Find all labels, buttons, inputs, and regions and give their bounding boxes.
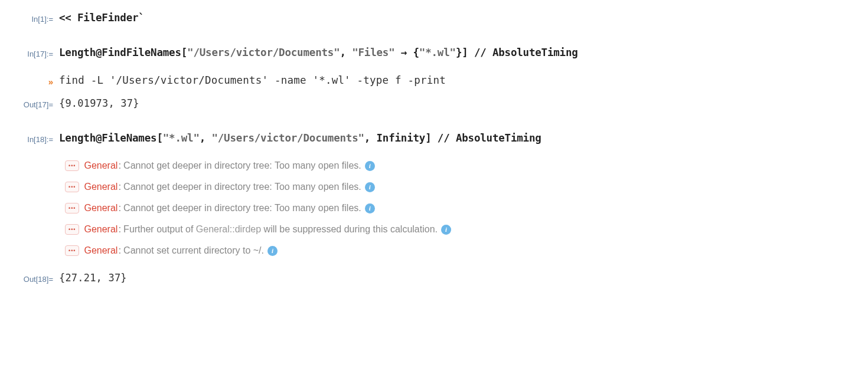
code-input-1[interactable]: << FileFinder` [59,12,145,24]
message-opener-button[interactable]: ••• [65,182,79,192]
out-label-18: Out[18]= [15,272,59,284]
echo-cell-17: » find -L '/Users/victor/Documents' -nam… [15,74,853,87]
info-icon[interactable]: i [441,225,451,235]
output-cell-18: Out[18]= {27.21, 37} [15,272,853,284]
message-tag[interactable]: General [84,160,118,171]
dots-icon: ••• [68,163,76,169]
message-row: ••• General: Cannot get deeper in direct… [15,202,853,214]
output-cell-17: Out[17]= {9.01973, 37} [15,97,853,110]
message-tag[interactable]: General [84,245,118,256]
message-row: ••• General: Further output of General::… [15,224,853,235]
dots-icon: ••• [68,227,76,232]
in-label-17: In[17]:= [15,47,59,58]
input-cell-17: In[17]:= Length@FindFileNames["/Users/vi… [15,47,853,59]
code-input-18[interactable]: Length@FileNames["*.wl", "/Users/victor/… [59,132,541,144]
info-icon[interactable]: i [365,203,375,213]
message-tag[interactable]: General [84,203,118,213]
dots-icon: ••• [68,206,76,211]
message-text: Further output of General::dirdep will b… [123,224,438,235]
echo-text: find -L '/Users/victor/Documents' -name … [59,74,446,86]
dots-icon: ••• [68,248,76,254]
out-label-17: Out[17]= [15,97,59,109]
input-cell-1: In[1]:= << FileFinder` [15,12,853,24]
message-tag[interactable]: General [84,224,118,235]
message-row: ••• General: Cannot get deeper in direct… [15,181,853,193]
in-label-1: In[1]:= [15,12,59,24]
message-opener-button[interactable]: ••• [65,245,79,256]
output-value-18: {27.21, 37} [59,272,127,284]
output-value-17: {9.01973, 37} [59,97,139,109]
message-opener-button[interactable]: ••• [65,160,79,171]
info-icon[interactable]: i [365,161,375,171]
message-opener-button[interactable]: ••• [65,224,79,235]
message-opener-button[interactable]: ••• [65,203,79,213]
dots-icon: ••• [68,185,76,190]
message-row: ••• General: Cannot get deeper in direct… [15,160,853,172]
echo-marker-icon: » [15,74,59,87]
message-text: Cannot get deeper in directory tree: Too… [123,160,361,171]
in-label-18: In[18]:= [15,132,59,144]
code-input-17[interactable]: Length@FindFileNames["/Users/victor/Docu… [59,47,578,58]
message-row: ••• General: Cannot set current director… [15,245,853,257]
message-text: Cannot get deeper in directory tree: Too… [123,203,361,213]
info-icon[interactable]: i [267,246,278,256]
message-tag[interactable]: General [84,182,118,192]
message-text: Cannot get deeper in directory tree: Too… [123,182,361,192]
message-text: Cannot set current directory to ~/. [123,245,264,256]
input-cell-18: In[18]:= Length@FileNames["*.wl", "/User… [15,132,853,144]
info-icon[interactable]: i [365,182,375,192]
